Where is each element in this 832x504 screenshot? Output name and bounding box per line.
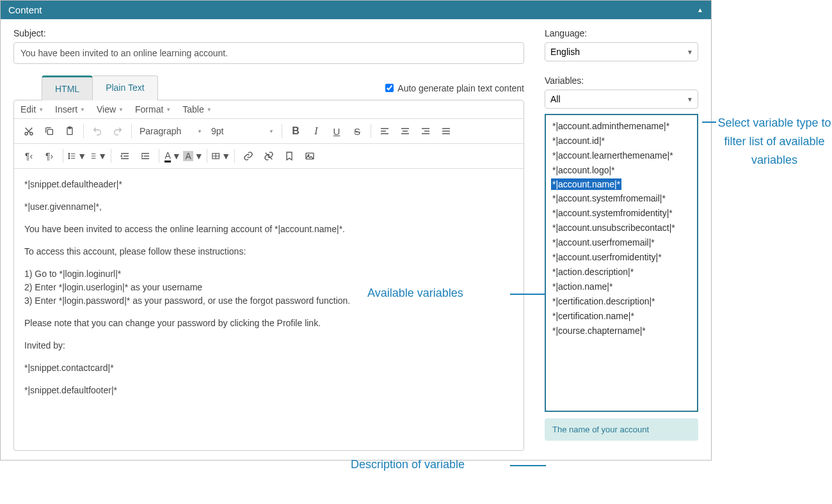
link-icon[interactable]	[239, 146, 258, 166]
variable-item[interactable]: *|account.logo|*	[551, 163, 692, 178]
variable-item[interactable]: *|account.systemfromemail|*	[551, 191, 692, 206]
language-label: Language:	[545, 28, 698, 38]
content-line: 1) Go to *|login.loginurl|*	[24, 267, 513, 281]
menu-insert[interactable]: Insert▼	[55, 104, 85, 114]
content-line: Please note that you can change your pas…	[24, 317, 513, 330]
auto-generate-checkbox[interactable]	[385, 84, 394, 92]
editor-menu-bar: Edit▼ Insert▼ View▼ Format▼ Table▼	[14, 100, 524, 119]
align-center-icon[interactable]	[396, 122, 415, 141]
variable-item[interactable]: *|account.unsubscribecontact|*	[551, 221, 692, 235]
ltr-icon[interactable]: ¶‹	[19, 146, 38, 166]
variable-item[interactable]: *|account.id|*	[551, 134, 692, 148]
variable-item[interactable]: *|course.chaptername|*	[551, 324, 692, 338]
content-line: Invited by:	[24, 339, 513, 352]
variables-list[interactable]: *|account.adminthemename|**|account.id|*…	[545, 114, 698, 412]
copy-icon[interactable]	[40, 122, 59, 141]
annotation-filter: Select variable type to filter list of a…	[717, 114, 832, 169]
bookmark-icon[interactable]	[280, 146, 299, 166]
svg-point-5	[68, 154, 70, 155]
variable-item[interactable]: *|account.systemfromidentity|*	[551, 206, 692, 221]
editor-toolbar: ▼ ▼ B I U S	[14, 119, 524, 144]
editor-toolbar-2: ¶‹ ¶› ▼ ▼ A▼ A▼ ▼	[14, 144, 524, 169]
number-list-icon[interactable]: ▼	[88, 146, 107, 166]
content-line: To access this account, please follow th…	[24, 245, 513, 258]
svg-point-1	[30, 132, 33, 135]
variable-item[interactable]: *|certification.name|*	[551, 309, 692, 324]
panel-header[interactable]: Content ▲	[1, 1, 711, 19]
bold-icon[interactable]: B	[286, 122, 305, 141]
content-line: *|snippet.defaultheader|*	[24, 178, 513, 191]
svg-point-7	[68, 158, 70, 159]
table-icon[interactable]: ▼	[211, 146, 230, 166]
auto-generate-checkbox-label[interactable]: Auto generate plain text content	[385, 83, 524, 93]
cut-icon[interactable]	[19, 122, 38, 141]
align-justify-icon[interactable]	[436, 122, 456, 141]
subject-input[interactable]	[13, 42, 524, 64]
panel-title: Content	[8, 4, 42, 15]
paste-icon[interactable]	[60, 122, 79, 141]
subject-label: Subject:	[13, 28, 524, 38]
font-size-select[interactable]: ▼	[207, 123, 278, 139]
bullet-list-icon[interactable]: ▼	[67, 146, 86, 166]
menu-view[interactable]: View▼	[97, 104, 124, 114]
variable-description: The name of your account	[545, 418, 698, 441]
indent-icon[interactable]	[136, 146, 155, 166]
variable-item[interactable]: *|account.userfromidentity|*	[551, 250, 692, 265]
image-icon[interactable]	[300, 146, 319, 166]
tab-plain-text[interactable]: Plain Text	[92, 75, 157, 100]
paragraph-select[interactable]: ▼	[136, 123, 206, 139]
svg-rect-2	[47, 129, 52, 134]
redo-icon[interactable]	[108, 122, 127, 141]
rich-text-editor: Edit▼ Insert▼ View▼ Format▼ Table▼	[13, 100, 524, 451]
variable-item[interactable]: *|action.name|*	[551, 280, 692, 294]
language-select[interactable]	[545, 42, 698, 61]
variable-item[interactable]: *|account.learnerthemename|*	[551, 148, 692, 163]
variable-item[interactable]: *|account.adminthemename|*	[551, 119, 692, 134]
variable-item[interactable]: *|account.name|*	[551, 178, 621, 190]
menu-format[interactable]: Format▼	[135, 104, 171, 114]
tab-html[interactable]: HTML	[42, 75, 93, 100]
variable-item[interactable]: *|certification.description|*	[551, 294, 692, 309]
svg-point-6	[68, 155, 70, 157]
content-line: *|user.givenname|*,	[24, 200, 513, 214]
strikethrough-icon[interactable]: S	[348, 122, 367, 141]
collapse-icon[interactable]: ▲	[697, 6, 703, 13]
content-line: *|snippet.contactcard|*	[24, 361, 513, 375]
italic-icon[interactable]: I	[307, 122, 326, 141]
align-right-icon[interactable]	[416, 122, 435, 141]
align-left-icon[interactable]	[375, 122, 394, 141]
outdent-icon[interactable]	[115, 146, 134, 166]
menu-edit[interactable]: Edit▼	[20, 104, 44, 114]
svg-point-0	[25, 132, 28, 135]
bg-color-icon[interactable]: A▼	[184, 146, 203, 166]
editor-content-area[interactable]: *|snippet.defaultheader|* *|user.givenna…	[14, 169, 524, 450]
content-line: *|snippet.defaultfooter|*	[24, 384, 513, 397]
variables-label: Variables:	[545, 75, 698, 86]
unlink-icon[interactable]	[259, 146, 278, 166]
rtl-icon[interactable]: ¶›	[40, 146, 59, 166]
variable-item[interactable]: *|account.userfromemail|*	[551, 235, 692, 250]
annotation-desc: Description of variable	[351, 458, 465, 471]
variable-item[interactable]: *|action.description|*	[551, 265, 692, 280]
text-color-icon[interactable]: A▼	[163, 146, 182, 166]
underline-icon[interactable]: U	[327, 122, 346, 141]
undo-icon[interactable]	[88, 122, 107, 141]
variables-filter-select[interactable]	[545, 90, 698, 109]
content-line: You have been invited to access the onli…	[24, 223, 513, 236]
menu-table[interactable]: Table▼	[182, 104, 211, 114]
annotation-available: Available variables	[367, 287, 463, 300]
